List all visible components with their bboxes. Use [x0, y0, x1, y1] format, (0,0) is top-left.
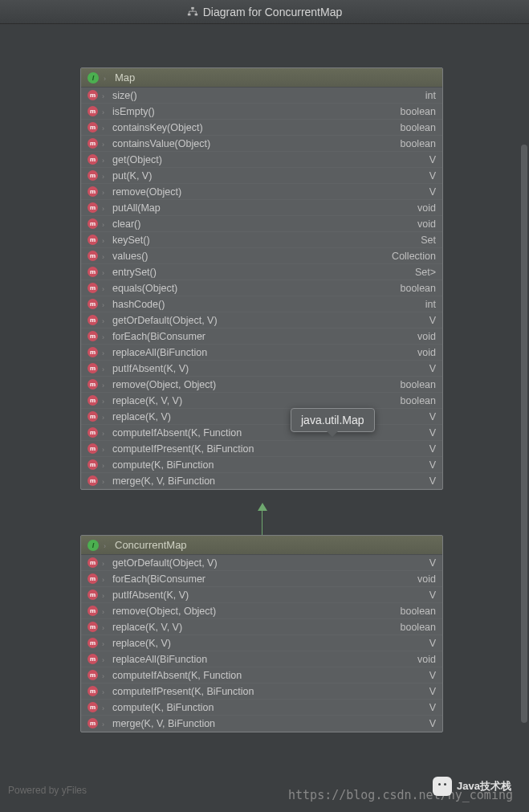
method-row[interactable]: m › keySet() Set — [81, 232, 442, 248]
method-row[interactable]: m › replace(K, V, V) boolean — [81, 393, 442, 409]
method-row[interactable]: m › putIfAbsent(K, V) V — [81, 361, 442, 377]
modifier-icon: › — [102, 462, 108, 468]
method-row[interactable]: m › remove(Object, Object) boolean — [81, 377, 442, 393]
return-type: boolean — [401, 379, 437, 390]
return-type: V — [429, 315, 436, 326]
method-icon: m — [87, 427, 98, 438]
method-row[interactable]: m › computeIfPresent(K, BiFunction V — [81, 441, 442, 457]
method-row[interactable]: m › hashCode() int — [81, 296, 442, 312]
method-row[interactable]: m › compute(K, BiFunction V — [81, 457, 442, 473]
modifier-icon: › — [102, 317, 108, 324]
method-row[interactable]: m › merge(K, V, BiFunction V — [81, 473, 442, 489]
method-signature: putAll(Map — [112, 202, 413, 214]
method-row[interactable]: m › putIfAbsent(K, V) V — [81, 587, 442, 603]
uml-class-header[interactable]: I › Map — [81, 68, 442, 88]
modifier-icon: › — [102, 253, 108, 259]
method-row[interactable]: m › compute(K, BiFunction V — [81, 700, 442, 716]
method-row[interactable]: m › clear() void — [81, 216, 442, 232]
method-icon: m — [87, 122, 98, 133]
method-icon: m — [87, 475, 98, 486]
method-signature: merge(K, V, BiFunction — [112, 718, 425, 729]
method-icon: m — [87, 573, 98, 584]
modifier-icon: › — [102, 592, 108, 598]
method-signature: merge(K, V, BiFunction — [112, 475, 425, 487]
modifier-icon: › — [102, 269, 108, 275]
return-type: boolean — [401, 138, 437, 149]
method-row[interactable]: m › get(Object) V — [81, 152, 442, 168]
method-row[interactable]: m › replaceAll(BiFunction void — [81, 345, 442, 361]
return-type: boolean — [401, 122, 437, 133]
method-row[interactable]: m › replaceAll(BiFunction void — [81, 651, 442, 667]
return-type: V — [429, 638, 436, 649]
method-row[interactable]: m › containsKey(Object) boolean — [81, 120, 442, 136]
modifier-icon: › — [102, 301, 108, 308]
class-name: Map — [115, 71, 135, 84]
method-row[interactable]: m › equals(Object) boolean — [81, 280, 442, 296]
method-row[interactable]: m › getOrDefault(Object, V) V — [81, 312, 442, 328]
method-icon: m — [87, 251, 98, 261]
return-type: void — [417, 347, 436, 358]
modifier-icon: › — [102, 221, 108, 227]
method-row[interactable]: m › values() Collection — [81, 248, 442, 264]
modifier-icon: › — [102, 92, 108, 99]
method-icon: m — [87, 557, 98, 568]
method-signature: replace(K, V) — [112, 638, 425, 649]
method-icon: m — [87, 363, 98, 373]
return-type: V — [429, 702, 436, 713]
method-row[interactable]: m › replace(K, V, V) boolean — [81, 619, 442, 635]
method-row[interactable]: m › isEmpty() boolean — [81, 104, 442, 120]
method-icon: m — [87, 106, 98, 116]
method-row[interactable]: m › remove(Object, Object) boolean — [81, 603, 442, 619]
method-signature: remove(Object) — [112, 186, 425, 198]
diagram-canvas[interactable]: I › Mapm › size() intm › isEmpty() b — [0, 24, 529, 812]
method-signature: entrySet() — [112, 267, 411, 278]
uml-class-box[interactable]: I › ConcurrentMapm › getOrDefault(Object… — [80, 535, 443, 732]
return-type: V — [429, 718, 436, 729]
method-row[interactable]: m › entrySet() Set> — [81, 264, 442, 280]
tooltip-text: java.util.Map — [301, 414, 364, 426]
method-signature: forEach(BiConsumer — [112, 331, 413, 342]
method-row[interactable]: m › putAll(Map void — [81, 200, 442, 216]
method-row[interactable]: m › containsValue(Object) boolean — [81, 136, 442, 152]
method-signature: computeIfAbsent(K, Function — [112, 427, 425, 439]
method-signature: replace(K, V, V) — [112, 622, 397, 633]
method-row[interactable]: m › forEach(BiConsumer void — [81, 328, 442, 345]
method-row[interactable]: m › size() int — [81, 88, 442, 104]
method-icon: m — [87, 395, 98, 406]
method-icon: m — [87, 443, 98, 454]
method-signature: replace(K, V, V) — [112, 395, 397, 406]
modifier-icon: › — [102, 189, 108, 195]
method-signature: equals(Object) — [112, 283, 397, 294]
uml-class-box[interactable]: I › Mapm › size() intm › isEmpty() b — [80, 67, 443, 490]
uml-class-header[interactable]: I › ConcurrentMap — [81, 536, 442, 555]
return-type: boolean — [401, 283, 437, 294]
method-icon: m — [87, 411, 98, 422]
hover-tooltip: java.util.Map — [291, 408, 375, 432]
modifier-icon: › — [102, 446, 108, 452]
method-signature: putIfAbsent(K, V) — [112, 363, 425, 374]
return-type: Set — [421, 235, 436, 246]
method-row[interactable]: m › replace(K, V) V — [81, 635, 442, 651]
method-icon: m — [87, 218, 98, 229]
return-type: V — [429, 459, 436, 471]
method-row[interactable]: m › put(K, V) V — [81, 168, 442, 184]
method-signature: replaceAll(BiFunction — [112, 347, 413, 358]
svg-rect-2 — [194, 13, 197, 15]
modifier-icon: › — [102, 382, 108, 388]
inheritance-arrow — [262, 503, 263, 535]
modifier-icon: › — [102, 365, 108, 372]
method-row[interactable]: m › computeIfAbsent(K, Function V — [81, 667, 442, 683]
method-row[interactable]: m › remove(Object) V — [81, 184, 442, 200]
method-icon: m — [87, 379, 98, 390]
method-row[interactable]: m › merge(K, V, BiFunction V — [81, 716, 442, 732]
method-row[interactable]: m › replace(K, V) V — [81, 409, 442, 425]
scrollbar[interactable] — [521, 145, 527, 723]
method-row[interactable]: m › forEach(BiConsumer void — [81, 571, 442, 587]
return-type: void — [417, 654, 436, 665]
method-row[interactable]: m › getOrDefault(Object, V) V — [81, 555, 442, 571]
method-row[interactable]: m › computeIfPresent(K, BiFunction V — [81, 683, 442, 700]
method-row[interactable]: m › computeIfAbsent(K, Function V — [81, 425, 442, 441]
class-name: ConcurrentMap — [115, 539, 187, 551]
modifier-icon: › — [102, 414, 108, 420]
method-signature: replace(K, V) — [112, 411, 425, 422]
